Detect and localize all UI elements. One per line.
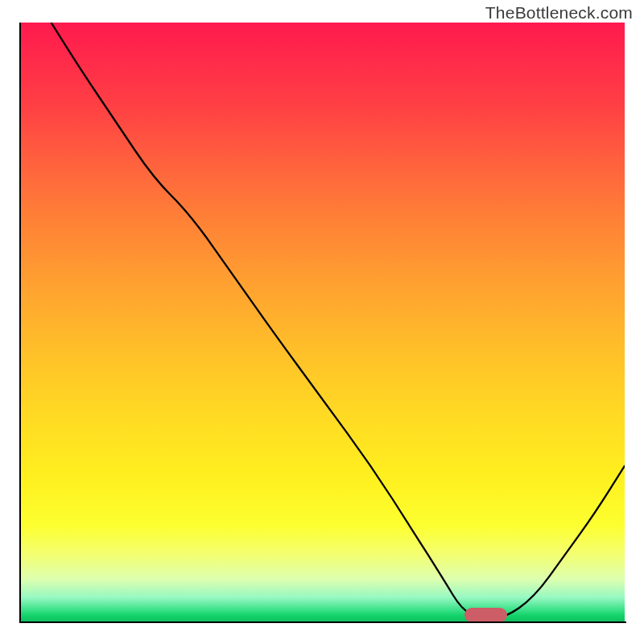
- bottleneck-curve: [52, 23, 625, 618]
- chart-plot-area: [21, 23, 625, 621]
- chart-curve-svg: [21, 23, 625, 621]
- x-axis: [19, 621, 626, 623]
- optimal-marker: [464, 608, 507, 622]
- y-axis: [19, 23, 21, 623]
- watermark-text: TheBottleneck.com: [485, 3, 633, 23]
